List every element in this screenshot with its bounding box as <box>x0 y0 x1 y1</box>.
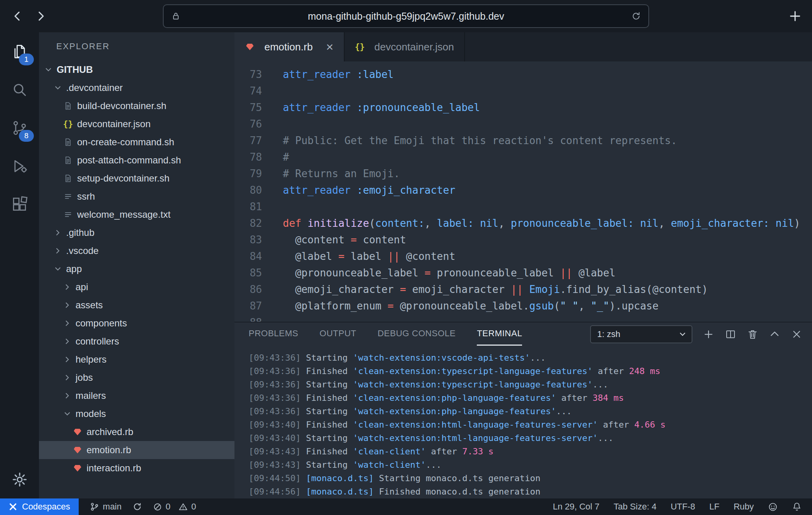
notifications-button[interactable] <box>792 502 802 512</box>
tab-emotion-rb[interactable]: emotion.rb × <box>234 32 345 61</box>
code-text: # Returns an Emoji. <box>262 165 400 182</box>
tab-devcontainer-json[interactable]: {} devcontainer.json <box>345 32 465 61</box>
feedback-button[interactable] <box>768 502 778 512</box>
eol[interactable]: LF <box>709 502 720 512</box>
code-line-77[interactable]: 77# Public: Get the Emoji that this reac… <box>234 132 812 149</box>
plus-icon <box>703 328 714 340</box>
code-text: attr_reader :emoji_character <box>262 182 455 198</box>
code-line-88[interactable]: 88 <box>234 314 812 322</box>
tree-item-mailers[interactable]: mailers <box>39 387 234 405</box>
code-line-82[interactable]: 82def initialize(content:, label: nil, p… <box>234 215 812 232</box>
tree-item-welcome-message-txt[interactable]: welcome_message.txt <box>39 206 234 224</box>
close-panel-button[interactable] <box>791 328 803 340</box>
tree-item-interaction-rb[interactable]: interaction.rb <box>39 459 234 477</box>
chevron-right-icon <box>63 391 73 400</box>
code-line-79[interactable]: 79# Returns an Emoji. <box>234 165 812 182</box>
panel-tab-terminal[interactable]: TERMINAL <box>477 322 522 346</box>
tree-item-post-attach-command-sh[interactable]: post-attach-command.sh <box>39 151 234 169</box>
code-line-76[interactable]: 76 <box>234 116 812 132</box>
panel-tab-output[interactable]: OUTPUT <box>319 322 356 346</box>
cursor-position[interactable]: Ln 29, Col 7 <box>553 502 600 512</box>
problems-status[interactable]: 0 0 <box>153 502 196 512</box>
code-line-87[interactable]: 87 @platform_enum = @pronounceable_label… <box>234 298 812 314</box>
tree-item-devcontainer-json[interactable]: {}devcontainer.json <box>39 115 234 133</box>
forward-icon <box>34 9 48 23</box>
code-text: @emoji_character = emoji_character || Em… <box>262 281 708 298</box>
browser-window: mona-github-github-g59jpq2w5w7.github.de… <box>0 0 812 515</box>
line-number: 75 <box>234 99 262 116</box>
tree-item-label: post-attach-command.sh <box>77 155 181 166</box>
tree-root-label: GITHUB <box>57 64 93 75</box>
tree-item-setup-devcontainer-sh[interactable]: setup-devcontainer.sh <box>39 169 234 187</box>
new-tab-button[interactable] <box>788 9 802 23</box>
tree-item--vscode[interactable]: .vscode <box>39 242 234 260</box>
branch-status[interactable]: main <box>90 502 122 512</box>
line-number: 87 <box>234 298 262 314</box>
address-bar[interactable]: mona-github-github-g59jpq2w5w7.github.de… <box>163 4 649 28</box>
code-area[interactable]: 73attr_reader :label7475attr_reader :pro… <box>234 61 812 322</box>
code-line-84[interactable]: 84 @label = label || @content <box>234 248 812 265</box>
tree-item-label: interaction.rb <box>87 463 141 474</box>
codespaces-status[interactable]: Codespaces <box>0 498 79 515</box>
code-line-74[interactable]: 74 <box>234 83 812 99</box>
activity-extensions[interactable] <box>0 185 39 223</box>
code-line-75[interactable]: 75attr_reader :pronounceable_label <box>234 99 812 116</box>
ruby-icon <box>72 429 83 435</box>
tree-item-on-create-command-sh[interactable]: on-create-command.sh <box>39 133 234 151</box>
code-line-81[interactable]: 81 <box>234 198 812 215</box>
tab-size[interactable]: Tab Size: 4 <box>614 502 657 512</box>
code-line-80[interactable]: 80attr_reader :emoji_character <box>234 182 812 198</box>
tree-item-api[interactable]: api <box>39 278 234 296</box>
tree-item-label: assets <box>76 300 103 311</box>
activity-search[interactable] <box>0 70 39 109</box>
code-line-86[interactable]: 86 @emoji_character = emoji_character ||… <box>234 281 812 298</box>
encoding[interactable]: UTF-8 <box>671 502 695 512</box>
line-number: 74 <box>234 83 262 99</box>
tree-root-github[interactable]: GITHUB <box>39 61 234 79</box>
activity-explorer[interactable]: 1 <box>0 32 39 70</box>
tree-item-models[interactable]: models <box>39 405 234 423</box>
panel-actions: 1: zsh <box>590 325 803 343</box>
maximize-panel-button[interactable] <box>769 328 781 340</box>
settings-button[interactable] <box>0 460 39 498</box>
terminal-line: [09:43:36] Starting 'watch-extension:typ… <box>249 378 812 391</box>
back-button[interactable] <box>9 7 26 25</box>
chevron-right-icon <box>63 283 73 291</box>
new-terminal-button[interactable] <box>703 328 714 340</box>
tree-item-helpers[interactable]: helpers <box>39 350 234 369</box>
reload-icon[interactable] <box>631 11 641 21</box>
language-mode[interactable]: Ruby <box>734 502 754 512</box>
panel-tab-debug-console[interactable]: DEBUG CONSOLE <box>378 322 456 346</box>
code-line-78[interactable]: 78# <box>234 149 812 165</box>
tree-item-jobs[interactable]: jobs <box>39 369 234 387</box>
split-terminal-button[interactable] <box>725 328 736 340</box>
terminal-output[interactable]: [09:43:36] Starting 'watch-extension:vsc… <box>234 346 812 498</box>
code-text: def initialize(content:, label: nil, pro… <box>262 215 800 232</box>
tree-item-archived-rb[interactable]: archived.rb <box>39 423 234 441</box>
tree-item-components[interactable]: components <box>39 314 234 332</box>
activity-run-debug[interactable] <box>0 147 39 185</box>
tree-item-ssrh[interactable]: ssrh <box>39 187 234 206</box>
tree-item-assets[interactable]: assets <box>39 296 234 314</box>
code-line-83[interactable]: 83 @content = content <box>234 232 812 248</box>
browser-nav <box>9 7 50 25</box>
activity-source-control[interactable]: 8 <box>0 109 39 147</box>
sync-button[interactable] <box>133 502 142 511</box>
terminal-picker[interactable]: 1: zsh <box>590 325 692 343</box>
forward-button[interactable] <box>32 7 50 25</box>
chevron-right-icon <box>63 319 73 328</box>
tree-item-app[interactable]: app <box>39 260 234 278</box>
tree-item-emotion-rb[interactable]: emotion.rb <box>39 441 234 459</box>
tree-item-build-devcontainer-sh[interactable]: build-devcontainer.sh <box>39 97 234 115</box>
tree-item-label: devcontainer.json <box>77 119 151 130</box>
chevron-down-icon <box>54 265 64 273</box>
code-line-73[interactable]: 73attr_reader :label <box>234 66 812 83</box>
kill-terminal-button[interactable] <box>747 328 758 340</box>
tree-item-controllers[interactable]: controllers <box>39 332 234 350</box>
panel-tab-problems[interactable]: PROBLEMS <box>249 322 298 346</box>
tree-item--devcontainer[interactable]: .devcontainer <box>39 79 234 97</box>
chevron-right-icon <box>63 373 73 382</box>
close-tab-icon[interactable]: × <box>326 41 334 53</box>
code-line-85[interactable]: 85 @pronounceable_label = pronounceable_… <box>234 265 812 281</box>
tree-item--github[interactable]: .github <box>39 224 234 242</box>
